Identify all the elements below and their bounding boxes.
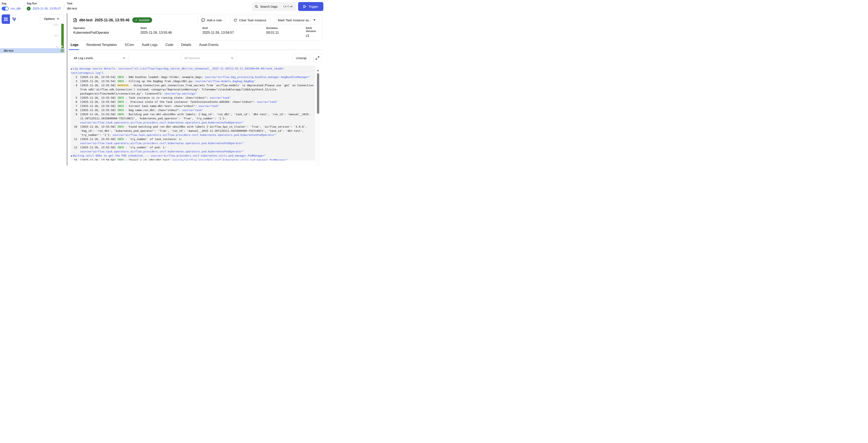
log-source-link[interactable]: source="airflow.dag_processing.bundles.m…: [205, 75, 310, 78]
collapse-arrow-icon[interactable]: ▶: [71, 68, 72, 70]
log-source-link[interactable]: source="airflow.task.operators.airflow.p…: [80, 121, 244, 124]
tab-code[interactable]: Code: [165, 43, 173, 49]
tab-details[interactable]: Details: [181, 43, 191, 49]
task-instance-timestamp: 2025-11-26, 13:55:46: [95, 18, 129, 22]
duration-axis-0s: 0s: [56, 45, 59, 48]
grid-view-button[interactable]: [2, 14, 10, 24]
log-source-link[interactable]: source="airflow.task.operators.airflow.p…: [113, 133, 276, 136]
add-note-button[interactable]: Add a note: [198, 16, 226, 24]
breadcrumb-task: Task dbt-test: [67, 2, 77, 11]
fullscreen-expand-button[interactable]: [313, 54, 322, 62]
log-segment: [2025-11-26, 13:55:54]: [80, 80, 117, 83]
log-line-number: 12: [71, 145, 77, 154]
task-label: Task: [67, 2, 77, 5]
log-source-link[interactable]: Waiting until 600s to get the POD schedu…: [73, 154, 266, 157]
log-segment: - `try_number` of task_instance: 1:: [124, 138, 184, 141]
log-entry: ▶Waiting until 600s to get the POD sched…: [71, 154, 314, 158]
log-segment: - Current task name:dbt-test: chan="stdo…: [124, 104, 198, 107]
log-segment: [2025-11-26, 13:55:58]: [80, 138, 117, 141]
log-entry: 10[2025-11-26, 13:55:58] INFO - Found ma…: [71, 125, 314, 137]
task-row-dbt-test[interactable]: dbt-test ✓: [0, 48, 65, 53]
log-segment: - Previous state of the Task instance: T…: [124, 100, 257, 103]
tab-xcom[interactable]: XCom: [125, 43, 134, 49]
log-entry: 2[2025-11-26, 13:55:54] INFO - DAG bundl…: [71, 75, 314, 79]
options-button[interactable]: Options: [40, 14, 64, 23]
log-source-link[interactable]: source="task": [257, 100, 278, 103]
log-entry: 7[2025-11-26, 13:55:58] INFO - Current t…: [71, 104, 314, 108]
log-segment: [2025-11-26, 13:55:58]: [80, 113, 117, 116]
log-segment: [2025-11-26, 13:55:58]: [80, 146, 117, 149]
log-source-link[interactable]: source="py.warnings": [164, 92, 197, 95]
tab-logs[interactable]: Logs: [70, 43, 79, 49]
unwrap-button[interactable]: Unwrap: [292, 54, 310, 62]
log-source-select[interactable]: All Sources: [181, 54, 237, 63]
mark-task-instance-as-button[interactable]: Mark Task Instance as...: [275, 16, 319, 24]
tab-asset-events[interactable]: Asset Events: [199, 43, 218, 49]
log-scrollbar[interactable]: [316, 68, 320, 166]
chevron-down-icon: [231, 57, 234, 59]
log-segment: - Dag name:run_dbt: chan="stdout":: [124, 109, 182, 112]
scrollbar-thumb[interactable]: [317, 73, 319, 114]
log-segment: - `try_number` of pod: 1:: [124, 146, 167, 149]
task-name: dbt-test: [67, 7, 77, 10]
log-entry: 9[2025-11-26, 13:55:58] INFO - Building …: [71, 112, 314, 125]
log-source-link[interactable]: source="airflow.task.operators.airflow.p…: [80, 150, 244, 153]
log-source-link[interactable]: source="airflow.models.dagbag.DagBag": [195, 80, 255, 83]
log-entry: 6[2025-11-26, 13:55:58] INFO - Previous …: [71, 100, 314, 104]
log-source-link[interactable]: source="task": [210, 96, 231, 99]
log-segment: - [base] + cd /dbt/dbt test:: [124, 159, 173, 161]
graph-view-button[interactable]: [10, 14, 18, 24]
trigger-button[interactable]: Trigger: [298, 2, 323, 11]
log-source-link[interactable]: source="task": [182, 109, 203, 112]
log-segment: INFO: [117, 109, 124, 112]
log-line-number: 6: [71, 100, 77, 104]
search-dags-input[interactable]: Search Dags Ctrl+K: [252, 2, 297, 11]
log-viewer[interactable]: ▶Log message source details: sources=["s…: [70, 66, 315, 161]
log-segment: [2025-11-26, 13:55:58]: [80, 104, 117, 107]
log-source-link[interactable]: source="airflow.providers.cncf.kubernete…: [173, 159, 287, 161]
log-segment: INFO: [117, 138, 124, 141]
log-line-number: 16: [71, 158, 77, 161]
log-segment: INFO: [117, 125, 124, 128]
meta-operator: Operator KubernetesPodOperator: [73, 27, 141, 38]
tab-rendered-templates[interactable]: Rendered Templates: [86, 43, 117, 49]
log-entry: 4[2025-11-26, 13:55:58] WARNING - Using …: [71, 83, 314, 96]
refresh-icon: [234, 19, 237, 22]
tab-audit-logs[interactable]: Audit Logs: [142, 43, 158, 49]
log-segment: - DAG bundles loaded: dags-folder, examp…: [124, 75, 205, 78]
tab-bar: LogsRendered TemplatesXComAudit LogsCode…: [70, 43, 322, 50]
log-segment: INFO: [117, 146, 124, 149]
status-badge: ✓ success: [132, 18, 152, 23]
log-segment: - Task instance is in running state: cha…: [124, 96, 210, 99]
dag-link[interactable]: run_dbt: [10, 7, 21, 10]
log-line-number: 4: [71, 83, 77, 96]
log-segment: [2025-11-26, 13:55:54]: [80, 75, 117, 78]
grid-panel: Options 104s 52s 0s dbt-test ✓: [0, 13, 67, 166]
log-segment: - Filling up the DagBag from /dags/dbt.p…: [124, 80, 195, 83]
breadcrumb-separator: [63, 3, 65, 9]
task-success-square-icon[interactable]: ✓: [61, 49, 64, 52]
log-line-number: 10: [71, 125, 77, 137]
log-source-link[interactable]: source="task": [198, 104, 219, 107]
log-segment: INFO: [117, 75, 124, 78]
dag-run-link[interactable]: 2025-11-26, 13:55:07: [32, 7, 61, 10]
collapse-arrow-icon[interactable]: ▶: [71, 155, 72, 157]
log-segment: INFO: [117, 96, 124, 99]
clear-task-instance-button[interactable]: Clear Task Instance: [230, 16, 270, 24]
log-level-select[interactable]: All Log Levels: [70, 54, 129, 63]
breadcrumb-dag: Dag run_dbt: [2, 2, 21, 11]
dag-pause-toggle[interactable]: [2, 7, 9, 10]
log-segment: [2025-11-26, 13:55:58]: [80, 125, 117, 128]
log-segment: [2025-11-26, 13:55:58]: [80, 84, 117, 87]
top-bar: Dag run_dbt Dag Run ✓ 2025-11-26, 13:55:…: [0, 0, 324, 13]
log-entry: 3[2025-11-26, 13:55:54] INFO - Filling u…: [71, 79, 314, 83]
log-entry: 12[2025-11-26, 13:55:58] INFO - `try_num…: [71, 145, 314, 154]
task-duration-bar[interactable]: [61, 24, 64, 48]
log-lines: ▶Log message source details: sources=["s…: [71, 67, 314, 161]
log-source-link[interactable]: source="airflow.task.operators.airflow.p…: [80, 142, 244, 145]
log-entry: 8[2025-11-26, 13:55:58] INFO - Dag name:…: [71, 108, 314, 112]
log-filter-row: All Log Levels All Sources Unwrap: [70, 54, 322, 63]
log-source-link[interactable]: Log message source details: sources=["s3…: [71, 67, 285, 74]
meta-start: Start 2025-11-26, 13:55:46: [141, 27, 203, 38]
scroll-up-arrow-icon[interactable]: [317, 70, 319, 71]
